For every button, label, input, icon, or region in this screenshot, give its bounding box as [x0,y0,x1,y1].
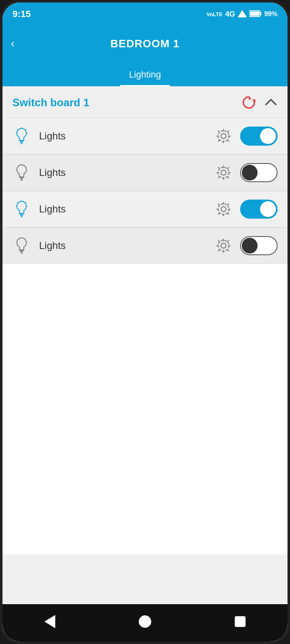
svg-rect-34 [21,253,22,254]
gear-icon-1[interactable] [215,128,232,144]
gear-icon-2[interactable] [215,164,232,181]
svg-rect-22 [20,214,24,215]
status-time: 9:15 [12,9,31,20]
toggle-3[interactable] [240,200,278,219]
home-circle-icon [139,615,151,628]
nav-home-button[interactable] [135,611,155,632]
svg-marker-6 [253,100,256,102]
app-header: ‹ BEDROOM 1 [2,24,288,57]
light-label-4: Lights [39,240,207,251]
main-content: Switch board 1 [2,86,288,604]
bulb-icon-on-1 [12,127,31,145]
bulb-icon-off-4 [12,237,31,255]
phone-frame: 9:15 VoLTE 4G 99% ‹ BEDROOM 1 [0,0,290,644]
bulb-icon-on-3 [12,200,31,218]
toggle-2[interactable] [240,163,278,182]
status-bar: 9:15 VoLTE 4G 99% [2,2,288,24]
toggle-4[interactable] [240,236,278,255]
svg-point-15 [221,134,226,139]
toggle-knob-1 [260,128,276,144]
svg-rect-17 [20,177,24,178]
switchboard-actions [241,95,278,110]
svg-point-35 [221,243,226,248]
light-row: Lights [2,191,288,227]
svg-line-28 [25,202,26,203]
status-icons: VoLTE 4G 99% [206,10,278,19]
svg-rect-23 [20,215,23,216]
light-label-1: Lights [39,130,207,142]
svg-rect-9 [21,143,22,144]
collapse-button[interactable] [264,96,278,109]
svg-rect-8 [20,142,23,143]
refresh-icon[interactable] [241,95,257,110]
empty-content-area [2,264,288,554]
svg-line-14 [17,129,18,130]
back-triangle-icon [44,615,55,628]
nav-recent-button[interactable] [230,611,251,632]
svg-rect-7 [20,141,24,141]
switchboard-title: Switch board 1 [12,96,89,109]
toggle-knob-4 [242,238,258,254]
bulb-icon-off-2 [12,163,31,182]
light-label-3: Lights [39,203,207,215]
svg-rect-32 [20,250,24,251]
nav-back-button[interactable] [39,611,60,632]
tab-lighting-label: Lighting [129,69,161,80]
light-row: Lights [2,227,288,264]
toggle-knob-2 [242,165,258,181]
svg-point-30 [221,207,226,212]
toggle-1[interactable] [240,127,278,146]
light-row: Lights [2,154,288,191]
light-row: Lights [2,118,288,154]
battery-percent: 99% [264,10,278,18]
gear-icon-3[interactable] [215,201,232,217]
svg-line-29 [17,202,18,203]
tab-lighting[interactable]: Lighting [120,69,170,86]
svg-rect-18 [20,178,23,179]
connection-label: 4G [225,10,235,19]
back-button[interactable]: ‹ [11,37,15,50]
svg-line-13 [25,129,26,130]
recent-square-icon [235,616,246,627]
tab-bar: Lighting [2,57,288,86]
network-label: VoLTE [206,11,223,17]
nav-bar [2,604,288,642]
svg-point-20 [221,170,226,175]
svg-rect-4 [250,12,259,16]
signal-icon [238,10,247,19]
battery-icon [249,10,262,19]
svg-rect-24 [21,216,22,217]
light-label-2: Lights [39,167,207,178]
toggle-knob-3 [260,201,276,217]
page-title: BEDROOM 1 [111,37,179,50]
gear-icon-4[interactable] [215,237,232,254]
svg-rect-3 [260,12,261,15]
svg-rect-33 [20,251,23,252]
svg-marker-5 [249,97,252,100]
svg-rect-19 [21,180,22,181]
switchboard-header: Switch board 1 [2,86,288,118]
